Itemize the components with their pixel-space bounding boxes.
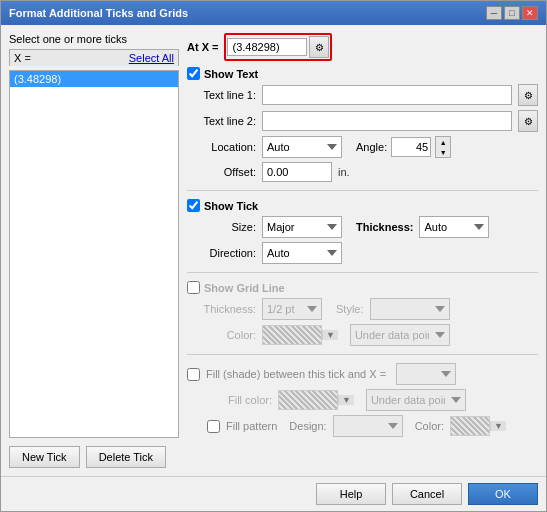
at-x-input[interactable] — [227, 38, 307, 56]
dialog-body: Select one or more ticks X = Select All … — [1, 25, 546, 476]
grid-style-label: Style: — [336, 303, 364, 315]
format-ticks-dialog: Format Additional Ticks and Grids ─ □ ✕ … — [0, 0, 547, 512]
size-select[interactable]: Major Minor Custom — [262, 216, 342, 238]
design-label: Design: — [289, 420, 326, 432]
fp-color-picker: ▼ — [450, 416, 506, 436]
thickness-label-inline: Thickness: — [356, 221, 413, 233]
grid-color-row: Color: ▼ Under data points — [191, 324, 538, 346]
angle-down-btn[interactable]: ▼ — [436, 147, 450, 157]
location-label: Location: — [191, 141, 256, 153]
minimize-btn[interactable]: ─ — [486, 6, 502, 20]
location-select[interactable]: Auto Above Below — [262, 136, 342, 158]
dialog-title: Format Additional Ticks and Grids — [9, 7, 188, 19]
fp-color-arrow[interactable]: ▼ — [490, 421, 506, 431]
at-x-row: At X = ⚙ — [187, 33, 538, 61]
at-x-spinner[interactable]: ⚙ — [309, 36, 329, 58]
ticks-listbox[interactable]: (3.48298) — [9, 70, 179, 438]
left-panel: Select one or more ticks X = Select All … — [9, 33, 179, 468]
direction-select[interactable]: Auto Up Down Both — [262, 242, 342, 264]
fill-color-style-select[interactable]: Under data points — [366, 389, 466, 411]
fill-shade-section: Fill (shade) between this tick and X = F… — [187, 363, 538, 437]
text-line2-input[interactable] — [262, 111, 512, 131]
fill-color-picker: ▼ — [278, 390, 354, 410]
show-text-content: Text line 1: ⚙ Text line 2: ⚙ Location: … — [187, 84, 538, 182]
divider1 — [187, 190, 538, 191]
angle-row: Angle: ▲ ▼ — [356, 136, 451, 158]
fill-pattern-label: Fill pattern — [226, 420, 277, 432]
show-text-row: Show Text — [187, 67, 538, 80]
angle-label: Angle: — [356, 141, 387, 153]
color-picker-row: ▼ — [262, 325, 338, 345]
fill-color-arrow[interactable]: ▼ — [338, 395, 354, 405]
list-x-label: X = — [14, 52, 31, 64]
maximize-btn[interactable]: □ — [504, 6, 520, 20]
fill-color-label: Fill color: — [207, 394, 272, 406]
offset-row: Offset: in. — [191, 162, 538, 182]
direction-label: Direction: — [191, 247, 256, 259]
angle-input[interactable] — [391, 137, 431, 157]
new-tick-button[interactable]: New Tick — [9, 446, 80, 468]
design-select[interactable] — [333, 415, 403, 437]
text-line1-label: Text line 1: — [191, 89, 256, 101]
fill-pattern-checkbox[interactable] — [207, 420, 220, 433]
help-button[interactable]: Help — [316, 483, 386, 505]
dialog-footer: Help Cancel OK — [1, 476, 546, 511]
right-panel: At X = ⚙ Show Text Text line 1: ⚙ — [187, 33, 538, 468]
location-row: Location: Auto Above Below Angle: ▲ ▼ — [191, 136, 538, 158]
grid-color-style-select[interactable]: Under data points — [350, 324, 450, 346]
direction-row: Direction: Auto Up Down Both — [191, 242, 538, 264]
list-header: X = Select All — [9, 49, 179, 66]
offset-input[interactable] — [262, 162, 332, 182]
grid-color-label: Color: — [191, 329, 256, 341]
color-dropdown-arrow[interactable]: ▼ — [322, 330, 338, 340]
color-label-fp: Color: — [415, 420, 444, 432]
show-text-label: Show Text — [204, 68, 258, 80]
text-line1-input[interactable] — [262, 85, 512, 105]
fill-color-swatch[interactable] — [278, 390, 338, 410]
text-line2-label: Text line 2: — [191, 115, 256, 127]
fill-shade-label: Fill (shade) between this tick and X = — [206, 368, 386, 380]
show-grid-label: Show Grid Line — [204, 282, 285, 294]
text-line1-spinner[interactable]: ⚙ — [518, 84, 538, 106]
grid-color-swatch[interactable] — [262, 325, 322, 345]
grid-thickness-select[interactable]: 1/2 pt — [262, 298, 322, 320]
show-grid-row: Show Grid Line — [187, 281, 538, 294]
angle-up-btn[interactable]: ▲ — [436, 137, 450, 147]
show-grid-checkbox[interactable] — [187, 281, 200, 294]
grid-thickness-row: Thickness: 1/2 pt Style: — [191, 298, 538, 320]
show-text-section: Show Text Text line 1: ⚙ Text line 2: ⚙ … — [187, 67, 538, 182]
text-line1-row: Text line 1: ⚙ — [191, 84, 538, 106]
divider3 — [187, 354, 538, 355]
fill-shade-select[interactable] — [396, 363, 456, 385]
fill-pattern-row: Fill pattern Design: Color: ▼ — [207, 415, 538, 437]
ok-button[interactable]: OK — [468, 483, 538, 505]
text-line2-spinner[interactable]: ⚙ — [518, 110, 538, 132]
left-buttons: New Tick Delete Tick — [9, 446, 179, 468]
show-tick-label: Show Tick — [204, 200, 258, 212]
select-all-link[interactable]: Select All — [129, 52, 174, 64]
show-tick-checkbox[interactable] — [187, 199, 200, 212]
grid-thickness-label: Thickness: — [191, 303, 256, 315]
offset-label: Offset: — [191, 166, 256, 178]
show-text-checkbox[interactable] — [187, 67, 200, 80]
show-tick-section: Show Tick Size: Major Minor Custom Thick… — [187, 199, 538, 264]
close-btn[interactable]: ✕ — [522, 6, 538, 20]
angle-spinner: ▲ ▼ — [435, 136, 451, 158]
fill-shade-checkbox[interactable] — [187, 368, 200, 381]
fp-color-swatch[interactable] — [450, 416, 490, 436]
title-bar: Format Additional Ticks and Grids ─ □ ✕ — [1, 1, 546, 25]
fill-color-row: Fill color: ▼ Under data points — [207, 389, 538, 411]
show-tick-row: Show Tick — [187, 199, 538, 212]
show-grid-content: Thickness: 1/2 pt Style: Color: — [187, 298, 538, 346]
text-line2-row: Text line 2: ⚙ — [191, 110, 538, 132]
divider2 — [187, 272, 538, 273]
show-tick-content: Size: Major Minor Custom Thickness: Auto… — [187, 216, 538, 264]
cancel-button[interactable]: Cancel — [392, 483, 462, 505]
thickness-select[interactable]: Auto Fine Thin Medium Thick — [419, 216, 489, 238]
size-label: Size: — [191, 221, 256, 233]
delete-tick-button[interactable]: Delete Tick — [86, 446, 166, 468]
grid-style-select[interactable] — [370, 298, 450, 320]
show-grid-section: Show Grid Line Thickness: 1/2 pt Style: — [187, 281, 538, 346]
list-item[interactable]: (3.48298) — [10, 71, 178, 87]
left-panel-label: Select one or more ticks — [9, 33, 179, 45]
